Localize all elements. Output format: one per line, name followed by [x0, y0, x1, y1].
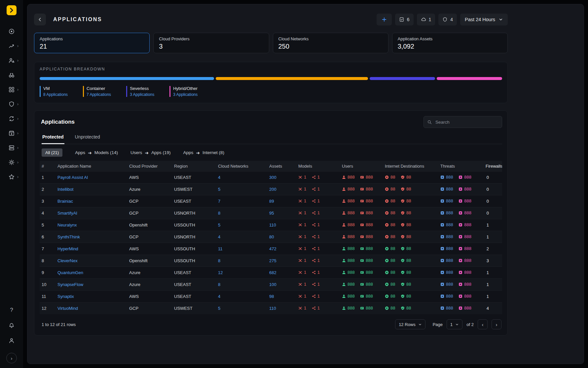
threats-blue-stat[interactable]: 888 [440, 294, 453, 299]
legend-count-link[interactable]: 3 Applications [173, 92, 198, 97]
filter-all[interactable]: All (21) [42, 148, 62, 157]
application-name-link[interactable]: HyperMind [57, 246, 78, 251]
tab-protected[interactable]: Protected [42, 131, 64, 144]
table-row[interactable]: 12 VirtuoMind GCP USWEST 5 110 1 1 888 8… [40, 302, 502, 314]
threats-pink-stat[interactable]: 888 [459, 270, 471, 275]
users-stat[interactable]: 888 [342, 246, 355, 251]
notifications-button[interactable] [4, 319, 19, 332]
cloud-networks-link[interactable]: 8 [218, 282, 220, 287]
blocked-destinations-stat[interactable]: 88 [385, 175, 395, 180]
application-name-link[interactable]: VirtuoMind [57, 306, 78, 311]
filter-apps-internet[interactable]: Apps ➜ Internet (8) [183, 150, 225, 155]
cloud-badge-button[interactable]: 1 [417, 14, 435, 25]
application-name-link[interactable]: SmartifyAI [57, 211, 77, 216]
column-header[interactable]: Assets [267, 164, 296, 169]
shield-badge-button[interactable]: 4 [438, 14, 457, 25]
application-name-link[interactable]: CleverNex [57, 258, 78, 263]
protected-destinations-stat[interactable]: 88 [401, 294, 411, 299]
help-button[interactable]: ? [4, 304, 19, 316]
previous-page-button[interactable]: ‹ [478, 319, 488, 329]
sidebar-item-infrastructure[interactable]: › [4, 142, 19, 154]
model-nodes-stat[interactable]: 1 [312, 282, 320, 287]
user-groups-stat[interactable]: 888 [360, 270, 373, 275]
model-flows-stat[interactable]: 1 [298, 306, 306, 310]
users-stat[interactable]: 888 [342, 186, 355, 191]
blocked-destinations-stat[interactable]: 88 [385, 270, 395, 275]
blocked-destinations-stat[interactable]: 88 [385, 222, 395, 227]
threats-pink-stat[interactable]: 888 [459, 234, 471, 239]
protected-destinations-stat[interactable]: 88 [401, 175, 411, 180]
back-button[interactable] [34, 14, 46, 25]
users-stat[interactable]: 888 [342, 282, 355, 287]
blocked-destinations-stat[interactable]: 88 [385, 282, 395, 287]
cloud-networks-link[interactable]: 7 [218, 199, 220, 204]
application-name-link[interactable]: QuantumGen [57, 270, 83, 275]
user-groups-stat[interactable]: 888 [360, 198, 373, 203]
cloud-networks-link[interactable]: 4 [218, 294, 220, 299]
column-header[interactable]: Cloud Networks [216, 164, 267, 169]
assets-link[interactable]: 98 [269, 294, 274, 299]
blocked-destinations-stat[interactable]: 88 [385, 306, 395, 310]
threats-blue-stat[interactable]: 888 [440, 246, 453, 251]
cloud-networks-link[interactable]: 4 [218, 234, 220, 239]
protected-destinations-stat[interactable]: 88 [401, 234, 411, 239]
user-groups-stat[interactable]: 888 [360, 234, 373, 239]
model-flows-stat[interactable]: 1 [298, 210, 306, 215]
column-header[interactable]: Threats [438, 164, 484, 169]
model-nodes-stat[interactable]: 1 [312, 270, 320, 275]
model-flows-stat[interactable]: 1 [298, 198, 306, 203]
user-groups-stat[interactable]: 888 [360, 246, 373, 251]
threats-blue-stat[interactable]: 888 [440, 175, 453, 180]
threats-pink-stat[interactable]: 888 [459, 294, 471, 299]
table-row[interactable]: 5 Neuralynx Openshift USSOUTH 5 110 1 1 … [40, 219, 502, 231]
table-row[interactable]: 2 Intellibot Azure USWEST 5 200 1 1 888 … [40, 183, 502, 195]
application-name-link[interactable]: Neuralynx [57, 223, 77, 227]
filter-users-apps[interactable]: Users ➜ Apps (19) [130, 150, 171, 155]
model-flows-stat[interactable]: 1 [298, 258, 306, 263]
threats-blue-stat[interactable]: 888 [440, 270, 453, 275]
threats-pink-stat[interactable]: 888 [459, 175, 471, 180]
model-nodes-stat[interactable]: 1 [312, 234, 320, 239]
stat-card-cloud-providers[interactable]: Cloud Providers 3 [153, 33, 269, 53]
cloud-networks-link[interactable]: 5 [218, 306, 220, 311]
blocked-destinations-stat[interactable]: 88 [385, 234, 395, 239]
assets-link[interactable]: 275 [269, 258, 276, 263]
column-header[interactable]: # [40, 164, 55, 169]
application-name-link[interactable]: Synaptix [57, 294, 74, 299]
user-groups-stat[interactable]: 888 [360, 258, 373, 263]
threats-blue-stat[interactable]: 888 [440, 222, 453, 227]
model-nodes-stat[interactable]: 1 [312, 294, 320, 299]
threats-blue-stat[interactable]: 888 [440, 306, 453, 310]
threats-pink-stat[interactable]: 888 [459, 282, 471, 287]
cloud-networks-link[interactable]: 11 [218, 246, 223, 251]
protected-destinations-stat[interactable]: 88 [401, 246, 411, 251]
threats-pink-stat[interactable]: 888 [459, 246, 471, 251]
users-stat[interactable]: 888 [342, 294, 355, 299]
user-groups-stat[interactable]: 888 [360, 175, 373, 180]
threats-pink-stat[interactable]: 888 [459, 258, 471, 263]
cloud-networks-link[interactable]: 5 [218, 223, 220, 227]
protected-destinations-stat[interactable]: 88 [401, 270, 411, 275]
users-stat[interactable]: 888 [342, 306, 355, 310]
users-stat[interactable]: 888 [342, 258, 355, 263]
threats-blue-stat[interactable]: 888 [440, 210, 453, 215]
threats-pink-stat[interactable]: 888 [459, 198, 471, 203]
cloud-networks-link[interactable]: 12 [218, 270, 223, 275]
user-groups-stat[interactable]: 888 [360, 294, 373, 299]
model-nodes-stat[interactable]: 1 [312, 246, 320, 251]
protected-destinations-stat[interactable]: 88 [401, 198, 411, 203]
users-stat[interactable]: 888 [342, 210, 355, 215]
threats-pink-stat[interactable]: 888 [459, 186, 471, 191]
assets-link[interactable]: 300 [269, 175, 276, 180]
checklist-badge-button[interactable]: 6 [395, 14, 414, 25]
model-flows-stat[interactable]: 1 [298, 246, 306, 251]
model-flows-stat[interactable]: 1 [298, 222, 306, 227]
sidebar-item-user-risk[interactable]: › [4, 54, 19, 67]
bar-segment-serverless[interactable] [370, 77, 435, 80]
threats-pink-stat[interactable]: 888 [459, 210, 471, 215]
threats-blue-stat[interactable]: 888 [440, 258, 453, 263]
model-nodes-stat[interactable]: 1 [312, 186, 320, 191]
assets-link[interactable]: 110 [269, 306, 276, 311]
legend-count-link[interactable]: 8 Applications [43, 92, 68, 97]
application-name-link[interactable]: Intellibot [57, 187, 73, 192]
